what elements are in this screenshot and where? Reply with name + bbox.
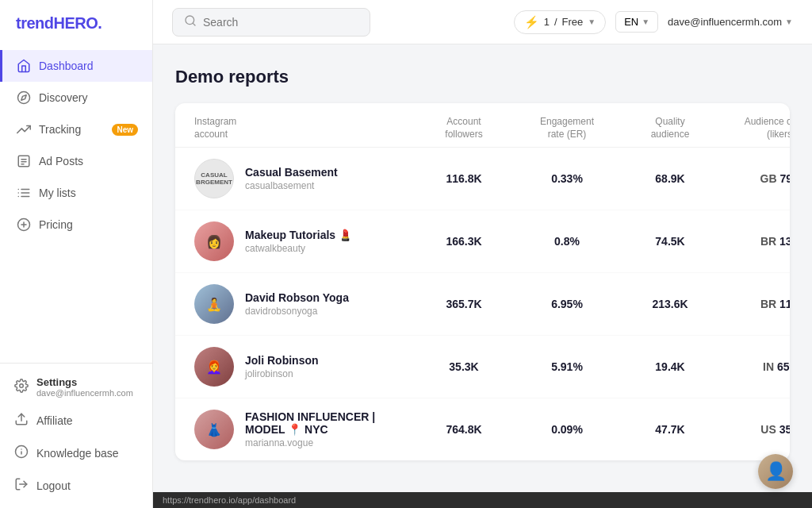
account-cell: 👩‍🦰 Joli Robinson jolirobinson [194, 347, 416, 387]
account-name: David Robson Yoga [245, 291, 349, 304]
sidebar-item-pricing[interactable]: Pricing [0, 209, 152, 241]
quality-value: 47.7K [622, 423, 718, 436]
followers-value: 35.3K [416, 360, 511, 373]
followers-value: 116.8K [416, 172, 511, 185]
search-input[interactable] [203, 16, 358, 29]
plan-badge[interactable]: ⚡ 1 / Free ▼ [514, 10, 607, 34]
logo-text-bold: trend [16, 14, 54, 32]
sidebar-item-logout[interactable]: Logout [0, 469, 152, 502]
country-value: BR 13% [718, 235, 790, 248]
table-row: 👗 FASHION INFLUENCER | MODEL 📍 NYC maria… [175, 398, 790, 460]
country-pct: 79% [779, 172, 790, 185]
user-menu[interactable]: dave@influencermh.com ▼ [668, 16, 793, 28]
col-quality: Qualityaudience [622, 116, 718, 140]
list-icon [17, 186, 31, 200]
floating-user-avatar[interactable]: 👤 [758, 454, 793, 489]
gear-icon [14, 379, 29, 396]
status-bar: https://trendhero.io/app/dashboard [153, 492, 812, 508]
plan-number: 1 [544, 16, 550, 28]
account-handle: marianna.vogue [245, 437, 416, 448]
chevron-down-icon: ▼ [785, 17, 793, 26]
avatar: 👗 [194, 410, 234, 449]
quality-value: 19.4K [622, 360, 718, 373]
search-bar[interactable] [172, 8, 370, 37]
col-country: Audience country(likers) [718, 116, 790, 140]
account-handle: casualbasement [245, 180, 338, 191]
account-handle: davidrobsonyoga [245, 306, 349, 317]
account-name: Makeup Tutorials 💄 [245, 229, 352, 241]
table-row: CASUALBRGEMENT Casual Basement casualbas… [175, 148, 790, 210]
quality-value: 213.6K [622, 298, 718, 310]
account-name: Casual Basement [245, 166, 338, 179]
account-cell: 👗 FASHION INFLUENCER | MODEL 📍 NYC maria… [194, 410, 416, 449]
account-cell: 👩 Makeup Tutorials 💄 catwalkbeauty [194, 221, 416, 261]
country-value: BR 11% [718, 298, 790, 310]
user-email: dave@influencermh.com [668, 16, 782, 28]
svg-point-0 [18, 92, 30, 104]
country-code: US [760, 423, 776, 436]
quality-value: 68.9K [622, 172, 718, 185]
logout-icon [14, 477, 29, 494]
account-info: FASHION INFLUENCER | MODEL 📍 NYC mariann… [245, 410, 416, 448]
search-icon [184, 14, 197, 30]
engagement-value: 5.91% [511, 360, 622, 373]
file-icon [17, 154, 31, 168]
upload-icon [14, 412, 29, 429]
account-info: Joli Robinson jolirobinson [245, 354, 319, 379]
table-row: 👩 Makeup Tutorials 💄 catwalkbeauty 166.3… [175, 210, 790, 273]
sidebar-item-knowledge-base[interactable]: Knowledge base [0, 437, 152, 469]
lightning-icon: ⚡ [524, 15, 539, 29]
col-followers: Accountfollowers [416, 116, 511, 140]
followers-value: 166.3K [416, 235, 511, 248]
compass-icon [17, 90, 31, 105]
header: ⚡ 1 / Free ▼ EN ▼ dave@influencermh.com … [153, 0, 812, 44]
country-pct: 11% [779, 298, 790, 310]
country-code: BR [760, 235, 776, 248]
engagement-value: 6.95% [511, 298, 622, 310]
country-value: IN 65% [718, 360, 790, 373]
table-header: Instagramaccount Accountfollowers Engage… [175, 103, 790, 148]
sidebar-item-discovery[interactable]: Discovery [0, 82, 152, 114]
quality-value: 74.5K [622, 235, 718, 248]
account-cell: 🧘 David Robson Yoga davidrobsonyoga [194, 284, 416, 324]
sidebar-item-tracking[interactable]: Tracking New [0, 114, 152, 145]
col-account: Instagramaccount [194, 116, 416, 140]
engagement-value: 0.09% [511, 423, 622, 436]
country-pct: 13% [779, 235, 790, 248]
account-handle: catwalkbeauty [245, 243, 352, 254]
sidebar-item-label: Tracking [39, 123, 81, 136]
country-pct: 65% [777, 360, 790, 373]
account-info: Casual Basement casualbasement [245, 166, 338, 191]
sidebar-item-affiliate[interactable]: Affiliate [0, 404, 152, 437]
main-content: ⚡ 1 / Free ▼ EN ▼ dave@influencermh.com … [153, 0, 812, 508]
settings-info: Settings dave@influencermh.com [36, 376, 133, 398]
sidebar-item-dashboard[interactable]: Dashboard [0, 50, 152, 82]
sidebar-item-label: Affiliate [36, 414, 73, 427]
settings-label: Settings [36, 376, 133, 388]
url-display: https://trendhero.io/app/dashboard [163, 495, 296, 505]
sidebar-item-label: Pricing [39, 218, 73, 231]
language-selector[interactable]: EN ▼ [615, 11, 658, 33]
sidebar-item-my-lists[interactable]: My lists [0, 177, 152, 209]
account-info: David Robson Yoga davidrobsonyoga [245, 291, 349, 317]
table-row: 👩‍🦰 Joli Robinson jolirobinson 35.3K 5.9… [175, 336, 790, 398]
sidebar-item-label: Discovery [39, 91, 87, 104]
account-name: Joli Robinson [245, 354, 319, 367]
sidebar-item-label: Knowledge base [36, 447, 119, 460]
country-code: IN [763, 360, 774, 373]
sidebar-bottom: Settings dave@influencermh.com Affiliate… [0, 363, 152, 508]
country-value: US 35% [718, 423, 790, 436]
new-badge: New [112, 124, 138, 136]
account-handle: jolirobinson [245, 368, 319, 379]
sidebar-nav: Dashboard Discovery Tracking New Ad Post… [0, 47, 152, 363]
followers-value: 764.8K [416, 423, 511, 436]
settings-email: dave@influencermh.com [36, 388, 133, 398]
sidebar-item-settings[interactable]: Settings dave@influencermh.com [0, 370, 152, 404]
chevron-down-icon: ▼ [588, 17, 596, 26]
account-info: Makeup Tutorials 💄 catwalkbeauty [245, 229, 352, 254]
sidebar-item-ad-posts[interactable]: Ad Posts [0, 145, 152, 177]
sidebar-item-label: Dashboard [39, 60, 94, 72]
lang-label: EN [624, 16, 638, 28]
logo-dot: . [98, 14, 102, 32]
content-area: Demo reports Instagramaccount Accountfol… [153, 44, 812, 492]
